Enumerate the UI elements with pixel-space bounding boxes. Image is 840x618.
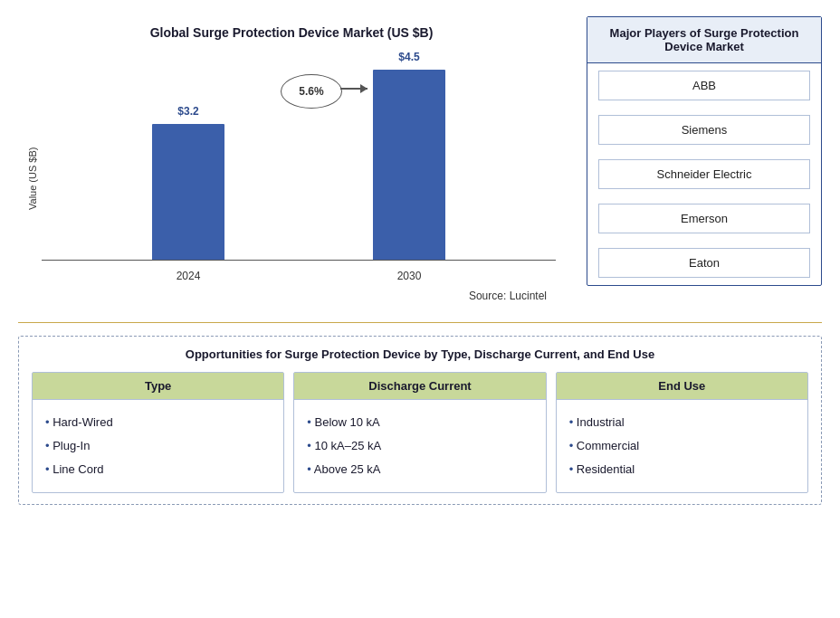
source-label: Source: Lucintel	[27, 290, 556, 302]
player-schneider: Schneider Electric	[598, 159, 810, 189]
col-type: Type Hard-Wired Plug-In Line Cord	[32, 372, 284, 493]
y-axis-label: Value (US $B)	[27, 47, 38, 282]
player-abb: ABB	[598, 71, 810, 100]
bar-2024: $3.2	[152, 105, 224, 260]
player-emerson: Emerson	[598, 204, 810, 233]
type-plug-in: Plug-In	[45, 434, 271, 458]
x-axis: 2024 2030	[42, 261, 556, 282]
col-end-use-body: Industrial Commercial Residential	[557, 400, 807, 492]
col-discharge-header: Discharge Current	[294, 373, 545, 400]
section-divider	[18, 322, 822, 323]
col-end-use-header: End Use	[557, 373, 807, 400]
arrow-line	[340, 88, 368, 90]
discharge-10-25ka: 10 kA–25 kA	[307, 434, 532, 458]
bar-2024-rect	[152, 124, 224, 260]
chart-area: Global Surge Protection Device Market (U…	[18, 16, 565, 308]
col-discharge-body: Below 10 kA 10 kA–25 kA Above 25 kA	[294, 400, 545, 492]
end-use-industrial: Industrial	[569, 411, 795, 434]
chart-title: Global Surge Protection Device Market (U…	[150, 25, 434, 40]
opp-columns: Type Hard-Wired Plug-In Line Cord Discha…	[32, 372, 808, 493]
top-section: Global Surge Protection Device Market (U…	[18, 16, 822, 308]
col-type-header: Type	[33, 373, 283, 400]
x-label-2030: 2030	[397, 270, 422, 282]
discharge-below-10ka: Below 10 kA	[307, 411, 532, 434]
col-discharge: Discharge Current Below 10 kA 10 kA–25 k…	[293, 372, 546, 493]
major-players-box: Major Players of Surge Protection Device…	[587, 16, 822, 286]
cagr-annotation: 5.6%	[281, 74, 342, 109]
type-line-cord: Line Cord	[45, 458, 271, 481]
player-eaton: Eaton	[598, 248, 810, 278]
bars-container: 5.6% $3.2 $4.5	[42, 47, 556, 261]
end-use-residential: Residential	[569, 458, 795, 481]
cagr-circle: 5.6%	[281, 74, 342, 109]
discharge-above-25ka: Above 25 kA	[307, 458, 532, 481]
bar-2030: $4.5	[373, 51, 445, 260]
col-end-use: End Use Industrial Commercial Residentia…	[556, 372, 808, 493]
player-siemens: Siemens	[598, 115, 810, 145]
opportunities-box: Opportunities for Surge Protection Devic…	[18, 336, 822, 505]
chart-inner: Value (US $B) 5.6% $3.2 $4.5	[27, 47, 556, 282]
chart-plot: 5.6% $3.2 $4.5 2024	[42, 47, 556, 282]
players-title: Major Players of Surge Protection Device…	[587, 17, 821, 63]
bar-2024-value: $3.2	[177, 105, 198, 118]
type-hard-wired: Hard-Wired	[45, 411, 271, 434]
bar-2030-rect	[373, 70, 445, 260]
opportunities-title: Opportunities for Surge Protection Devic…	[32, 347, 808, 361]
bar-2030-value: $4.5	[398, 51, 419, 63]
x-label-2024: 2024	[177, 270, 201, 282]
end-use-commercial: Commercial	[569, 434, 795, 458]
col-type-body: Hard-Wired Plug-In Line Cord	[33, 400, 283, 492]
